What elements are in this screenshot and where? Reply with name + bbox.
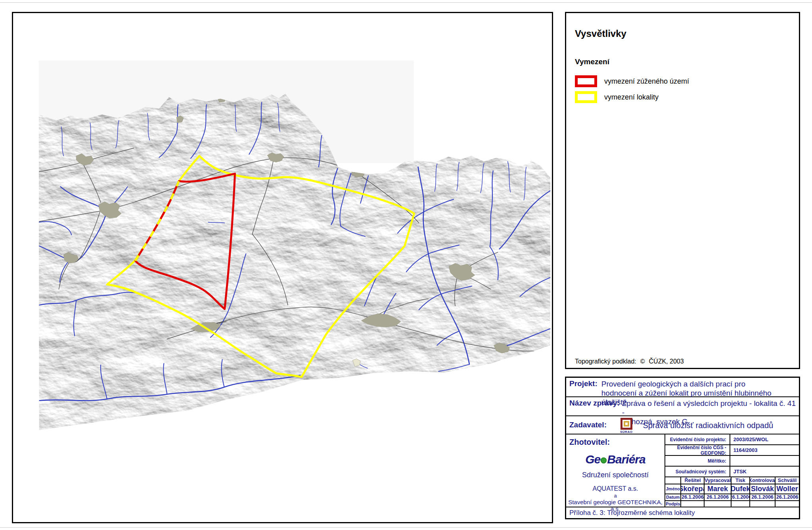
signature-header-row: Řešitel Vypracoval Tisk Kontroloval Schv… <box>665 477 799 484</box>
zhotovitel-line: Sdružení společností <box>566 471 665 479</box>
info-row: Měřítko: <box>665 456 799 467</box>
page-top-edge <box>0 2 812 3</box>
title-block: Projekt: Provedení geologických a dalšíc… <box>565 377 800 519</box>
legend-section-title: Vymezení <box>575 57 609 66</box>
row-projekt: Projekt: Provedení geologických a dalšíc… <box>566 378 799 397</box>
zhotovitel-line: a <box>566 493 665 499</box>
signature-name-row: Jméno Skořepa Marek Dufek Slovák Woller <box>665 484 799 494</box>
nazev-label: Název zprávy: <box>566 397 620 415</box>
zadavatel-text: Správa úložišť radioaktivních odpadů <box>643 420 773 430</box>
map-frame <box>12 12 553 523</box>
legend-item-label: vymezení zúženého území <box>604 77 689 86</box>
signature-date-row: Datum 26.1.2006 26.1.2006 26.1.2006 26.1… <box>665 494 799 501</box>
page-bottom-edge <box>0 527 812 528</box>
info-row: Evidenční číslo projektu: 2003/025/WOL <box>665 434 799 445</box>
signature-signature-row: Podpis <box>665 501 799 507</box>
projekt-label: Projekt: <box>566 378 598 396</box>
priloha-text: Příloha č. 3: Trojrozměrné schéma lokali… <box>569 508 695 517</box>
zhotovitel-line: AQUATEST a.s. <box>566 485 665 492</box>
map-source-note: Topografický podklad: © ČÚZK, 2003 <box>575 358 684 365</box>
surao-logo: SÚRAO <box>620 418 632 434</box>
red-outline-swatch <box>575 75 597 87</box>
surao-logo-caption: SÚRAO <box>620 430 632 434</box>
surao-logo-icon <box>620 418 632 430</box>
row-nazev-zpravy: Název zprávy: Zpráva o řešení a výsledcí… <box>566 397 799 416</box>
globe-icon <box>601 457 607 463</box>
row-zadavatel: Zadavatel: SÚRAO Správa úložišť radioakt… <box>566 416 799 434</box>
row-priloha: Příloha č. 3: Trojrozměrné schéma lokali… <box>566 507 799 518</box>
signature-table: Řešitel Vypracoval Tisk Kontroloval Schv… <box>665 477 799 507</box>
row-zhotovitel: Zhotovitel: GeBariéra Sdružení společnos… <box>566 434 799 507</box>
yellow-outline-swatch <box>575 91 597 103</box>
projekt-text: Provedení geologických a dalších prací p… <box>601 378 799 396</box>
terrain-map <box>13 13 552 522</box>
copyright-icon: © <box>640 358 645 365</box>
legend-item-label: vymezení lokality <box>604 93 659 101</box>
project-info-table: Evidenční číslo projektu: 2003/025/WOL E… <box>665 434 799 507</box>
legend-item-narrowed-area: vymezení zúženého území <box>575 75 689 88</box>
nazev-text: Zpráva o řešení a výsledcích projektu - … <box>622 397 799 415</box>
legend-panel: Vysvětlivky Vymezení vymezení zúženého ú… <box>565 12 800 369</box>
info-row: Souřadnicový systém: JTSK <box>665 467 799 477</box>
legend-item-locality: vymezení lokality <box>575 91 659 103</box>
geobariera-logo: GeBariéra <box>566 453 665 466</box>
info-row: Evidenční číslo ČGS - GEOFOND: 1164/2003 <box>665 445 799 456</box>
zadavatel-label: Zadavatel: <box>566 421 607 429</box>
legend-title: Vysvětlivky <box>575 28 626 39</box>
zhotovitel-label: Zhotovitel: <box>569 438 610 447</box>
zhotovitel-cell: Zhotovitel: GeBariéra Sdružení společnos… <box>566 434 665 507</box>
